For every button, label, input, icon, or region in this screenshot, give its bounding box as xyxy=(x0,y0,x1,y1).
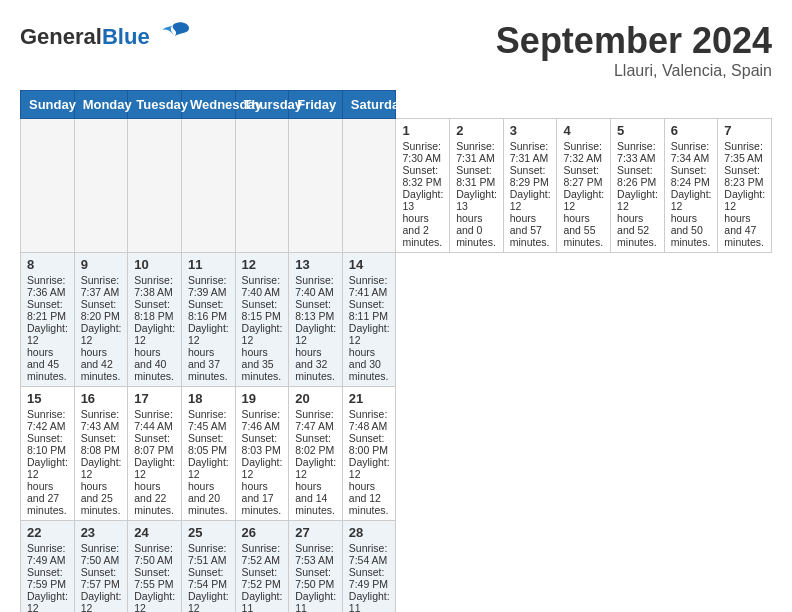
calendar-cell xyxy=(235,119,289,253)
calendar-cell: 2 Sunrise: 7:31 AM Sunset: 8:31 PM Dayli… xyxy=(450,119,504,253)
sunrise: Sunrise: 7:42 AM xyxy=(27,408,66,432)
calendar-week-row: 8 Sunrise: 7:36 AM Sunset: 8:21 PM Dayli… xyxy=(21,253,772,387)
sunrise: Sunrise: 7:37 AM xyxy=(81,274,120,298)
col-sunday: Sunday xyxy=(21,91,75,119)
calendar-week-row: 15 Sunrise: 7:42 AM Sunset: 8:10 PM Dayl… xyxy=(21,387,772,521)
calendar-week-row: 1 Sunrise: 7:30 AM Sunset: 8:32 PM Dayli… xyxy=(21,119,772,253)
calendar-cell: 25 Sunrise: 7:51 AM Sunset: 7:54 PM Dayl… xyxy=(181,521,235,613)
day-number: 18 xyxy=(188,391,229,406)
sunset: Sunset: 8:05 PM xyxy=(188,432,227,456)
col-tuesday: Tuesday xyxy=(128,91,182,119)
sunset: Sunset: 8:03 PM xyxy=(242,432,281,456)
calendar-cell: 11 Sunrise: 7:39 AM Sunset: 8:16 PM Dayl… xyxy=(181,253,235,387)
day-number: 27 xyxy=(295,525,336,540)
day-number: 13 xyxy=(295,257,336,272)
day-number: 8 xyxy=(27,257,68,272)
daylight: Daylight: 12 hours and 50 minutes. xyxy=(671,188,712,248)
day-number: 9 xyxy=(81,257,122,272)
sunrise: Sunrise: 7:33 AM xyxy=(617,140,656,164)
calendar-cell: 28 Sunrise: 7:54 AM Sunset: 7:49 PM Dayl… xyxy=(342,521,396,613)
calendar-cell: 24 Sunrise: 7:50 AM Sunset: 7:55 PM Dayl… xyxy=(128,521,182,613)
sunrise: Sunrise: 7:48 AM xyxy=(349,408,388,432)
day-number: 1 xyxy=(402,123,443,138)
calendar-cell: 16 Sunrise: 7:43 AM Sunset: 8:08 PM Dayl… xyxy=(74,387,128,521)
daylight: Daylight: 11 hours and 57 minutes. xyxy=(295,590,336,612)
calendar-cell: 20 Sunrise: 7:47 AM Sunset: 8:02 PM Dayl… xyxy=(289,387,343,521)
sunrise: Sunrise: 7:31 AM xyxy=(510,140,549,164)
sunrise: Sunrise: 7:46 AM xyxy=(242,408,281,432)
calendar-cell: 5 Sunrise: 7:33 AM Sunset: 8:26 PM Dayli… xyxy=(611,119,665,253)
day-number: 11 xyxy=(188,257,229,272)
calendar-cell: 9 Sunrise: 7:37 AM Sunset: 8:20 PM Dayli… xyxy=(74,253,128,387)
sunset: Sunset: 8:07 PM xyxy=(134,432,173,456)
sunrise: Sunrise: 7:51 AM xyxy=(188,542,227,566)
day-number: 26 xyxy=(242,525,283,540)
calendar-header-row: Sunday Monday Tuesday Wednesday Thursday… xyxy=(21,91,772,119)
daylight: Daylight: 12 hours and 57 minutes. xyxy=(510,188,551,248)
daylight: Daylight: 12 hours and 30 minutes. xyxy=(349,322,390,382)
sunset: Sunset: 7:50 PM xyxy=(295,566,334,590)
col-monday: Monday xyxy=(74,91,128,119)
sunset: Sunset: 7:57 PM xyxy=(81,566,120,590)
daylight: Daylight: 12 hours and 35 minutes. xyxy=(242,322,283,382)
calendar-cell: 18 Sunrise: 7:45 AM Sunset: 8:05 PM Dayl… xyxy=(181,387,235,521)
calendar-cell: 14 Sunrise: 7:41 AM Sunset: 8:11 PM Dayl… xyxy=(342,253,396,387)
sunset: Sunset: 8:13 PM xyxy=(295,298,334,322)
logo: GeneralBlue xyxy=(20,20,191,54)
daylight: Daylight: 12 hours and 25 minutes. xyxy=(81,456,122,516)
month-title: September 2024 xyxy=(496,20,772,62)
col-friday: Friday xyxy=(289,91,343,119)
day-number: 14 xyxy=(349,257,390,272)
sunset: Sunset: 7:49 PM xyxy=(349,566,388,590)
sunrise: Sunrise: 7:52 AM xyxy=(242,542,281,566)
sunset: Sunset: 8:18 PM xyxy=(134,298,173,322)
day-number: 5 xyxy=(617,123,658,138)
day-number: 19 xyxy=(242,391,283,406)
sunrise: Sunrise: 7:47 AM xyxy=(295,408,334,432)
sunrise: Sunrise: 7:50 AM xyxy=(81,542,120,566)
calendar-cell: 6 Sunrise: 7:34 AM Sunset: 8:24 PM Dayli… xyxy=(664,119,718,253)
sunrise: Sunrise: 7:40 AM xyxy=(242,274,281,298)
daylight: Daylight: 12 hours and 2 minutes. xyxy=(188,590,229,612)
col-thursday: Thursday xyxy=(235,91,289,119)
daylight: Daylight: 13 hours and 2 minutes. xyxy=(402,188,443,248)
title-section: September 2024 Llauri, Valencia, Spain xyxy=(496,20,772,80)
calendar-cell: 19 Sunrise: 7:46 AM Sunset: 8:03 PM Dayl… xyxy=(235,387,289,521)
daylight: Daylight: 12 hours and 7 minutes. xyxy=(81,590,122,612)
sunrise: Sunrise: 7:43 AM xyxy=(81,408,120,432)
day-number: 10 xyxy=(134,257,175,272)
day-number: 12 xyxy=(242,257,283,272)
sunset: Sunset: 8:23 PM xyxy=(724,164,763,188)
day-number: 16 xyxy=(81,391,122,406)
sunset: Sunset: 8:31 PM xyxy=(456,164,495,188)
logo-blue: Blue xyxy=(102,24,150,49)
calendar-cell: 1 Sunrise: 7:30 AM Sunset: 8:32 PM Dayli… xyxy=(396,119,450,253)
calendar-cell: 23 Sunrise: 7:50 AM Sunset: 7:57 PM Dayl… xyxy=(74,521,128,613)
day-number: 25 xyxy=(188,525,229,540)
calendar-cell: 26 Sunrise: 7:52 AM Sunset: 7:52 PM Dayl… xyxy=(235,521,289,613)
daylight: Daylight: 12 hours and 45 minutes. xyxy=(27,322,68,382)
daylight: Daylight: 12 hours and 52 minutes. xyxy=(617,188,658,248)
calendar-table: Sunday Monday Tuesday Wednesday Thursday… xyxy=(20,90,772,612)
calendar-cell: 10 Sunrise: 7:38 AM Sunset: 8:18 PM Dayl… xyxy=(128,253,182,387)
daylight: Daylight: 12 hours and 9 minutes. xyxy=(27,590,68,612)
daylight: Daylight: 12 hours and 4 minutes. xyxy=(134,590,175,612)
calendar-cell xyxy=(128,119,182,253)
sunset: Sunset: 8:29 PM xyxy=(510,164,549,188)
day-number: 24 xyxy=(134,525,175,540)
sunrise: Sunrise: 7:31 AM xyxy=(456,140,495,164)
sunset: Sunset: 8:11 PM xyxy=(349,298,388,322)
sunset: Sunset: 8:15 PM xyxy=(242,298,281,322)
sunrise: Sunrise: 7:30 AM xyxy=(402,140,441,164)
sunrise: Sunrise: 7:39 AM xyxy=(188,274,227,298)
calendar-cell: 3 Sunrise: 7:31 AM Sunset: 8:29 PM Dayli… xyxy=(503,119,557,253)
daylight: Daylight: 12 hours and 12 minutes. xyxy=(349,456,390,516)
day-number: 23 xyxy=(81,525,122,540)
day-number: 20 xyxy=(295,391,336,406)
day-number: 7 xyxy=(724,123,765,138)
sunset: Sunset: 8:32 PM xyxy=(402,164,441,188)
sunrise: Sunrise: 7:36 AM xyxy=(27,274,66,298)
calendar-cell: 27 Sunrise: 7:53 AM Sunset: 7:50 PM Dayl… xyxy=(289,521,343,613)
sunset: Sunset: 8:26 PM xyxy=(617,164,656,188)
daylight: Daylight: 12 hours and 27 minutes. xyxy=(27,456,68,516)
